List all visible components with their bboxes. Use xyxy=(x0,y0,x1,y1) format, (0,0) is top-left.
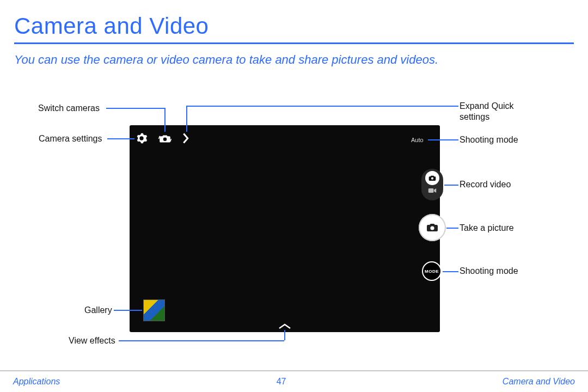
footer-right: Camera and Video xyxy=(503,377,575,387)
leader-line xyxy=(443,271,458,272)
leader-line xyxy=(444,185,458,186)
title-rule xyxy=(14,42,574,44)
chevron-right-icon[interactable] xyxy=(182,132,189,146)
leader-line xyxy=(106,108,164,109)
camera-icon xyxy=(425,171,439,185)
label-shooting-mode-btn: Shooting mode xyxy=(460,266,518,276)
leader-line xyxy=(186,106,187,132)
label-expand-quick-settings: Expand Quick settings xyxy=(460,101,530,122)
svg-point-0 xyxy=(431,177,433,180)
gear-icon[interactable] xyxy=(136,132,148,146)
label-take-a-picture: Take a picture xyxy=(460,223,514,233)
caret-up-icon[interactable] xyxy=(278,322,292,330)
shooting-mode-badge[interactable]: Auto xyxy=(411,137,424,143)
leader-line xyxy=(164,108,166,132)
leader-line xyxy=(119,340,284,341)
leader-line xyxy=(107,138,134,139)
label-camera-settings: Camera settings xyxy=(39,134,102,144)
page-footer: Applications 47 Camera and Video xyxy=(0,370,588,392)
label-view-effects: View effects xyxy=(69,336,115,346)
video-camera-icon xyxy=(428,186,437,196)
leader-line xyxy=(114,310,142,311)
footer-page-number: 47 xyxy=(277,377,286,387)
leader-line xyxy=(284,330,285,340)
page-title: Camera and Video xyxy=(14,13,574,39)
footer-left: Applications xyxy=(13,377,60,387)
diagram-stage: Auto MODE Switch cameras Camera settings… xyxy=(0,98,588,348)
leader-line xyxy=(186,106,458,107)
svg-point-2 xyxy=(430,226,434,230)
switch-camera-icon[interactable] xyxy=(158,134,172,146)
shutter-button[interactable] xyxy=(419,214,446,241)
mode-button-label: MODE xyxy=(425,269,439,274)
label-switch-cameras: Switch cameras xyxy=(38,103,100,113)
camera-viewport xyxy=(130,125,440,332)
leader-line xyxy=(428,139,458,140)
label-record-video: Record video xyxy=(460,180,511,189)
label-gallery: Gallery xyxy=(84,305,112,315)
gallery-thumbnail[interactable] xyxy=(143,299,165,321)
svg-rect-1 xyxy=(428,188,434,193)
page-intro: You can use the camera or video camera t… xyxy=(14,52,564,68)
label-shooting-mode-top: Shooting mode xyxy=(460,135,518,145)
record-video-button[interactable] xyxy=(421,169,443,200)
mode-button[interactable]: MODE xyxy=(422,261,442,281)
leader-line xyxy=(446,228,458,229)
